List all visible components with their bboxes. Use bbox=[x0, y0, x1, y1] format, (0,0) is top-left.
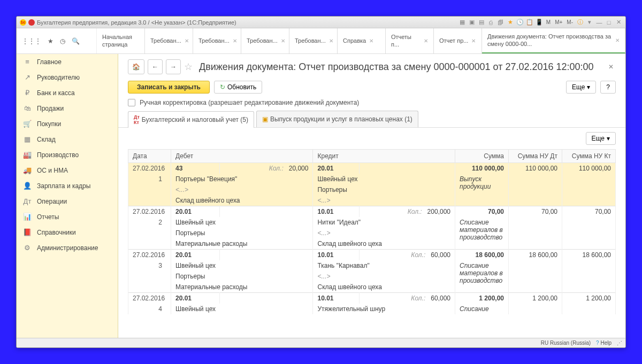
col-debit[interactable]: Дебет bbox=[171, 150, 313, 163]
top-tab[interactable]: Требован...✕ bbox=[241, 28, 289, 53]
sidebar-label: Главное bbox=[37, 58, 62, 66]
cell-debit-an1: Швейный цех bbox=[171, 217, 313, 228]
forward-button[interactable]: → bbox=[166, 59, 181, 74]
manual-edit-checkbox[interactable] bbox=[128, 99, 135, 106]
refresh-button[interactable]: ↻Обновить bbox=[214, 81, 262, 94]
sidebar-icon: ▦ bbox=[23, 135, 32, 143]
sidebar-item[interactable]: 🏭Производство bbox=[17, 147, 118, 162]
cell-credit-qty: Кол.: 200,000 bbox=[359, 206, 455, 218]
top-tab[interactable]: Требован...✕ bbox=[145, 28, 193, 53]
cell-sum-kt: 1 200,00 bbox=[562, 293, 616, 304]
cell-credit-an3: Склад швейного цеха bbox=[313, 238, 455, 250]
grid-row[interactable]: Портьеры<...> bbox=[128, 228, 616, 238]
grid-row[interactable]: 27.02.201643Кол.: 20,00020.01110 000,001… bbox=[128, 163, 616, 174]
m-button[interactable]: M bbox=[545, 19, 552, 25]
tab-accounting[interactable]: ДтКт Бухгалтерский и налоговый учет (5) bbox=[128, 111, 254, 128]
tool-icon[interactable]: 🕓 bbox=[516, 19, 524, 26]
help-button[interactable]: ? bbox=[600, 81, 616, 94]
favorite-icon[interactable]: ★ bbox=[48, 37, 54, 45]
history-icon[interactable]: ◷ bbox=[60, 37, 65, 45]
cell-note: Списание bbox=[455, 304, 509, 314]
dropdown-icon[interactable]: ▾ bbox=[586, 19, 593, 26]
sidebar-item[interactable]: ₽Банк и касса bbox=[17, 85, 118, 100]
star-icon[interactable]: ★ bbox=[507, 19, 514, 26]
m-plus-button[interactable]: M+ bbox=[554, 19, 563, 25]
favorite-star-icon[interactable]: ☆ bbox=[184, 61, 193, 73]
tab-output[interactable]: ▣ Выпуск продукции и услуг в плановых це… bbox=[256, 111, 418, 127]
cell-sum: 70,00 bbox=[455, 206, 509, 218]
language-indicator[interactable]: RU Russian (Russia) bbox=[541, 340, 591, 346]
cell-credit-qty bbox=[359, 163, 455, 174]
grid-row[interactable]: 3Швейный цехТкань "Карнавал"Списание мат… bbox=[128, 260, 616, 271]
col-credit[interactable]: Кредит bbox=[313, 150, 455, 163]
sidebar-item[interactable]: 🛍Продажи bbox=[17, 100, 118, 116]
minimize-icon[interactable]: — bbox=[595, 19, 603, 26]
grid-row[interactable]: 27.02.201620.0110.01Кол.: 60,00018 600,0… bbox=[128, 250, 616, 261]
tool-icon[interactable]: ⎙ bbox=[487, 19, 495, 26]
search-icon[interactable]: 🔍 bbox=[72, 37, 80, 45]
top-tab[interactable]: Отчет пр...✕ bbox=[434, 28, 482, 53]
m-minus-button[interactable]: M- bbox=[565, 19, 574, 25]
grid-row[interactable]: Склад швейного цеха<...> bbox=[128, 195, 616, 206]
cell-sum-dt: 110 000,00 bbox=[509, 163, 562, 174]
sidebar-item[interactable]: 🚚ОС и НМА bbox=[17, 162, 118, 178]
grid-row[interactable]: 4Швейный цехУтяжелительный шнурСписание bbox=[128, 304, 616, 314]
grid-row[interactable]: 1Портьеры "Венеция"Швейный цехВыпуск про… bbox=[128, 174, 616, 184]
save-close-button[interactable]: Записать и закрыть bbox=[128, 81, 210, 94]
tab-close-icon[interactable]: ✕ bbox=[185, 38, 189, 44]
sidebar-item[interactable]: ▦Склад bbox=[17, 131, 118, 147]
sidebar-item[interactable]: 👤Зарплата и кадры bbox=[17, 178, 118, 193]
top-tab[interactable]: Отчеты п...✕ bbox=[386, 28, 434, 53]
grid-row[interactable]: <...>Портьеры bbox=[128, 184, 616, 195]
tab-close-icon[interactable]: ✕ bbox=[615, 37, 620, 43]
sidebar-item[interactable]: 📊Отчеты bbox=[17, 209, 118, 224]
close-page-icon[interactable]: ✕ bbox=[606, 61, 616, 73]
sidebar-item[interactable]: 🛒Покупки bbox=[17, 116, 118, 131]
help-indicator[interactable]: ? Help bbox=[596, 340, 612, 346]
col-sum-dt[interactable]: Сумма НУ Дт bbox=[509, 150, 562, 163]
tab-close-icon[interactable]: ✕ bbox=[471, 38, 476, 44]
top-tab[interactable]: Требован...✕ bbox=[193, 28, 241, 53]
tool-icon[interactable]: 🗐 bbox=[497, 19, 505, 26]
back-button[interactable]: ← bbox=[148, 59, 163, 74]
grid-row[interactable]: Портьеры<...> bbox=[128, 271, 616, 282]
sidebar-label: Администрирование bbox=[37, 244, 98, 252]
maximize-icon[interactable]: □ bbox=[605, 19, 613, 26]
close-icon[interactable]: ✕ bbox=[615, 19, 622, 26]
grid-more-button[interactable]: Еще ▾ bbox=[586, 132, 616, 145]
home-button[interactable]: 🏠 bbox=[128, 59, 144, 74]
sidebar-item[interactable]: ДтОперации bbox=[17, 193, 118, 209]
tab-close-icon[interactable]: ✕ bbox=[281, 38, 285, 44]
tool-icon[interactable]: ▣ bbox=[468, 19, 476, 26]
tool-icon[interactable]: ▦ bbox=[458, 19, 466, 26]
tool-icon[interactable]: 📋 bbox=[526, 19, 533, 26]
resize-grip-icon[interactable]: ⋰ bbox=[617, 340, 622, 346]
apps-icon[interactable]: ⋮⋮⋮ bbox=[22, 37, 41, 45]
cell-seq: 1 bbox=[128, 174, 171, 184]
sidebar-icon: 🚚 bbox=[23, 166, 32, 174]
grid-row[interactable]: Материальные расходыСклад швейного цеха bbox=[128, 238, 616, 250]
tab-close-icon[interactable]: ✕ bbox=[369, 38, 373, 44]
info-icon[interactable]: ⓘ bbox=[576, 19, 584, 26]
grid-row[interactable]: Материальные расходыСклад швейного цеха bbox=[128, 282, 616, 293]
sidebar-item[interactable]: ⚙Администрирование bbox=[17, 240, 118, 255]
tool-icon[interactable]: ▤ bbox=[478, 19, 485, 26]
sidebar-item[interactable]: ≡Главное bbox=[17, 54, 118, 69]
top-tab[interactable]: Движения документа: Отчет производства з… bbox=[482, 28, 625, 53]
grid-row[interactable]: 27.02.201620.0110.01Кол.: 60,0001 200,00… bbox=[128, 293, 616, 304]
calc-icon[interactable]: 📱 bbox=[536, 19, 543, 26]
more-button[interactable]: Еще ▾ bbox=[566, 81, 596, 94]
sidebar-item[interactable]: ↗Руководителю bbox=[17, 69, 118, 85]
col-date[interactable]: Дата bbox=[128, 150, 171, 163]
top-tab[interactable]: Требован...✕ bbox=[289, 28, 338, 53]
top-tab[interactable]: Начальная страница bbox=[97, 28, 145, 53]
sidebar-item[interactable]: 📕Справочники bbox=[17, 224, 118, 240]
col-sum[interactable]: Сумма bbox=[455, 150, 509, 163]
tab-close-icon[interactable]: ✕ bbox=[424, 38, 428, 44]
top-tab[interactable]: Справка✕ bbox=[338, 28, 386, 53]
tab-close-icon[interactable]: ✕ bbox=[329, 38, 333, 44]
tab-close-icon[interactable]: ✕ bbox=[233, 38, 237, 44]
col-sum-kt[interactable]: Сумма НУ Кт bbox=[562, 150, 616, 163]
grid-row[interactable]: 2Швейный цехНитки "Идеал"Списание матери… bbox=[128, 217, 616, 228]
grid-row[interactable]: 27.02.201620.0110.01Кол.: 200,00070,0070… bbox=[128, 206, 616, 218]
